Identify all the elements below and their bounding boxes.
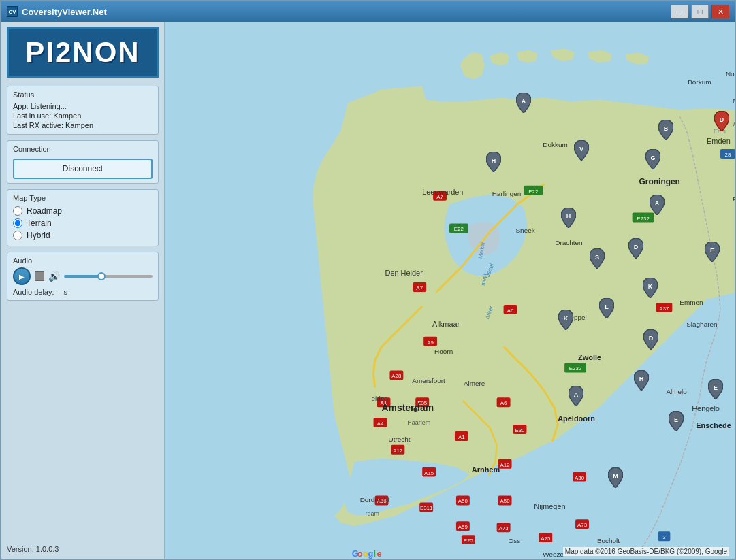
svg-text:Drachten: Drachten (555, 239, 582, 246)
close-button[interactable]: ✕ (711, 5, 729, 18)
hybrid-radio[interactable] (13, 231, 22, 240)
svg-text:Dordrecht: Dordrecht (360, 496, 390, 504)
map-type-section: Map Type Roadmap Terrain Hybrid (7, 189, 159, 246)
main-content: PI2NON Status App: Listening... Last in … (1, 22, 735, 559)
svg-text:Norderney: Norderney (726, 70, 735, 78)
roadmap-row: Roadmap (13, 205, 153, 217)
title-bar: CV CoversityViewer.Net ─ □ ✕ (1, 1, 735, 22)
play-button[interactable]: ▶ (13, 267, 31, 285)
terrain-row: Terrain (13, 217, 153, 229)
svg-text:A12: A12 (500, 462, 511, 468)
svg-text:E22: E22 (454, 226, 464, 232)
svg-text:A37: A37 (659, 306, 669, 312)
logo-box: PI2NON (7, 27, 159, 78)
svg-text:E25: E25 (464, 538, 474, 544)
audio-controls: ▶ 🔊 (13, 267, 153, 285)
svg-text:Oss: Oss (509, 537, 521, 544)
connection-section: Connection Disconnect (7, 140, 159, 184)
svg-text:A73: A73 (499, 525, 509, 531)
sidebar: PI2NON Status App: Listening... Last in … (1, 22, 165, 559)
version-text: Version: 1.0.0.3 (7, 542, 159, 553)
roadmap-label: Roadmap (27, 206, 62, 216)
svg-text:Apeldoorn: Apeldoorn (558, 414, 595, 423)
svg-text:Emmen: Emmen (679, 299, 703, 306)
main-window: CV CoversityViewer.Net ─ □ ✕ PI2NON Stat… (0, 0, 736, 560)
volume-slider[interactable] (64, 275, 153, 278)
svg-text:3: 3 (662, 534, 666, 540)
svg-text:rdam: rdam (366, 510, 379, 517)
svg-text:Nijmegen: Nijmegen (534, 502, 565, 510)
map-type-title: Map Type (13, 194, 153, 202)
terrain-label: Terrain (27, 218, 52, 228)
svg-text:Amsterdam: Amsterdam (382, 402, 434, 413)
svg-text:A59: A59 (458, 524, 468, 530)
svg-text:A1: A1 (458, 434, 465, 440)
maximize-button[interactable]: □ (691, 5, 709, 18)
audio-title: Audio (13, 257, 153, 265)
svg-text:Arnhem: Arnhem (472, 465, 500, 474)
svg-text:Amersfoort: Amersfoort (412, 377, 445, 384)
svg-text:A6: A6 (507, 308, 514, 314)
map-attribution: Map data ©2016 GeoBasis-DE/BKG (©2009), … (563, 547, 729, 556)
svg-text:Bocholt: Bocholt (597, 537, 620, 544)
svg-text:E232: E232 (637, 216, 650, 222)
svg-text:Den Helder: Den Helder (385, 269, 423, 277)
svg-text:A50: A50 (500, 498, 511, 504)
stop-button[interactable] (35, 271, 44, 281)
svg-text:A12: A12 (393, 448, 403, 454)
svg-text:e: e (377, 548, 382, 559)
svg-text:28: 28 (725, 152, 731, 158)
svg-text:Zwolle: Zwolle (578, 353, 601, 361)
svg-text:g: g (368, 548, 374, 559)
svg-text:A25: A25 (541, 536, 551, 542)
svg-text:Weeze: Weeze (543, 550, 564, 558)
svg-text:Dokkum: Dokkum (543, 141, 567, 148)
svg-text:Aurich: Aurich (733, 120, 735, 128)
svg-text:Papenburg: Papenburg (733, 195, 735, 203)
audio-section: Audio ▶ 🔊 Audio delay: ---s (7, 252, 159, 301)
svg-text:A30: A30 (575, 475, 585, 481)
svg-text:E232: E232 (569, 365, 582, 372)
svg-text:Slagharen: Slagharen (686, 320, 717, 328)
window-controls: ─ □ ✕ (671, 5, 729, 18)
svg-text:o: o (363, 548, 368, 559)
svg-text:A9: A9 (427, 340, 434, 346)
svg-text:Harlingen: Harlingen (492, 190, 522, 197)
svg-text:Groningen: Groningen (639, 177, 680, 186)
svg-text:Emden: Emden (707, 137, 731, 145)
disconnect-button[interactable]: Disconnect (13, 159, 153, 179)
last-in-use: Last in use: Kampen (13, 111, 153, 120)
svg-point-128 (413, 408, 417, 412)
svg-text:E311: E311 (420, 505, 433, 511)
svg-text:Almelo: Almelo (666, 388, 687, 395)
svg-text:Borkum: Borkum (688, 78, 711, 86)
svg-text:Hoorn: Hoorn (434, 348, 453, 355)
map-area[interactable]: E22 E22 E232 E232 A7 A7 (165, 22, 735, 559)
svg-text:o: o (357, 548, 363, 559)
audio-delay: Audio delay: ---s (13, 288, 153, 296)
window-title: CoversityViewer.Net (22, 7, 671, 17)
terrain-radio[interactable] (13, 218, 22, 228)
svg-text:A7: A7 (416, 285, 423, 291)
svg-text:A73: A73 (577, 522, 588, 528)
svg-text:A4: A4 (377, 421, 384, 427)
svg-text:A6: A6 (500, 400, 507, 406)
svg-text:A28: A28 (391, 373, 402, 379)
status-section: Status App: Listening... Last in use: Ka… (7, 86, 159, 135)
svg-text:E22: E22 (528, 188, 539, 195)
hybrid-label: Hybrid (27, 231, 50, 240)
volume-thumb (97, 272, 106, 280)
last-rx-active: Last RX active: Kampen (13, 120, 153, 130)
svg-text:Leeuwarden: Leeuwarden (422, 188, 463, 196)
connection-title: Connection (13, 145, 153, 153)
logo-text: PI2NON (20, 36, 146, 69)
svg-text:eiden: eiden (372, 395, 388, 402)
speaker-icon[interactable]: 🔊 (48, 271, 60, 282)
status-title: Status (13, 90, 153, 99)
svg-text:Enschede: Enschede (696, 421, 731, 429)
svg-text:Utrecht: Utrecht (388, 435, 410, 443)
svg-text:A50: A50 (458, 498, 468, 504)
hybrid-row: Hybrid (13, 229, 153, 242)
roadmap-radio[interactable] (13, 206, 22, 216)
minimize-button[interactable]: ─ (671, 5, 688, 18)
